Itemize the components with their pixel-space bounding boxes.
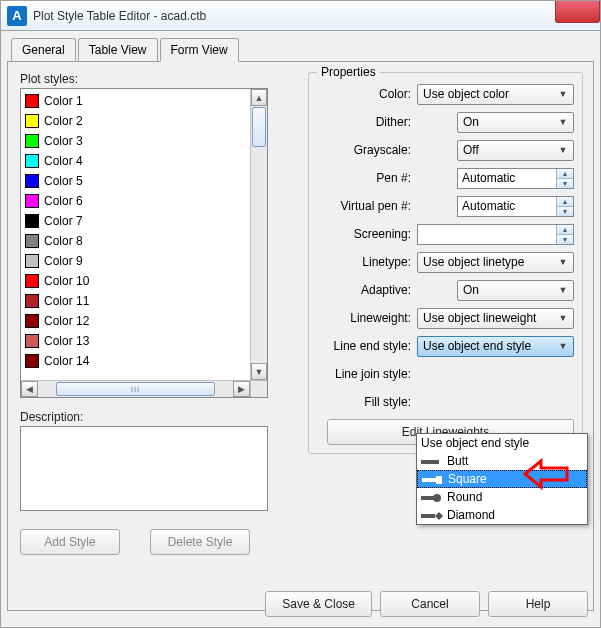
list-item-label: Color 14 [44, 354, 89, 368]
scroll-thumb[interactable] [252, 107, 266, 147]
color-swatch [25, 274, 39, 288]
square-icon [422, 474, 444, 484]
screening-spinner[interactable]: ▲▼ [417, 224, 574, 245]
list-item-label: Color 12 [44, 314, 89, 328]
spin-up-icon[interactable]: ▲ [556, 225, 573, 235]
list-item-label: Color 3 [44, 134, 83, 148]
cancel-button[interactable]: Cancel [380, 591, 480, 617]
list-item[interactable]: Color 2 [23, 111, 248, 131]
list-item[interactable]: Color 13 [23, 331, 248, 351]
list-item[interactable]: Color 4 [23, 151, 248, 171]
properties-group: Properties Color: Use object color▼ Dith… [308, 72, 583, 454]
list-item[interactable]: Color 6 [23, 191, 248, 211]
grayscale-value: Off [463, 143, 479, 157]
window-title: Plot Style Table Editor - acad.ctb [33, 9, 206, 23]
list-item[interactable]: Color 10 [23, 271, 248, 291]
svg-marker-7 [525, 461, 567, 487]
scroll-corner [250, 380, 267, 397]
chevron-down-icon: ▼ [555, 285, 571, 295]
hscroll-thumb[interactable]: III [56, 382, 215, 396]
list-item[interactable]: Color 3 [23, 131, 248, 151]
lineweight-label: Lineweight: [317, 311, 417, 325]
pen-spinner[interactable]: Automatic▲▼ [457, 168, 574, 189]
chevron-down-icon: ▼ [555, 89, 571, 99]
grayscale-combo[interactable]: Off▼ [457, 140, 574, 161]
color-swatch [25, 234, 39, 248]
color-combo[interactable]: Use object color▼ [417, 84, 574, 105]
color-swatch [25, 114, 39, 128]
svg-rect-5 [421, 514, 435, 518]
list-item[interactable]: Color 8 [23, 231, 248, 251]
tab-table-view[interactable]: Table View [78, 38, 158, 62]
round-icon [421, 492, 443, 502]
list-item-label: Color 7 [44, 214, 83, 228]
butt-icon [421, 456, 443, 466]
color-swatch [25, 194, 39, 208]
vertical-scrollbar[interactable]: ▲ ▼ [250, 89, 267, 380]
color-swatch [25, 134, 39, 148]
dither-value: On [463, 115, 479, 129]
color-swatch [25, 94, 39, 108]
save-close-button[interactable]: Save & Close [265, 591, 372, 617]
virtual-pen-spinner[interactable]: Automatic▲▼ [457, 196, 574, 217]
close-button[interactable] [555, 1, 600, 23]
spin-down-icon[interactable]: ▼ [556, 235, 573, 244]
tab-page-form-view: Plot styles: Color 1Color 2Color 3Color … [7, 61, 594, 611]
list-item[interactable]: Color 11 [23, 291, 248, 311]
join-style-label: Line join style: [317, 367, 417, 381]
tab-form-view[interactable]: Form View [160, 38, 239, 62]
delete-style-button[interactable]: Delete Style [150, 529, 250, 555]
color-swatch [25, 354, 39, 368]
svg-rect-1 [422, 478, 438, 482]
fill-style-label: Fill style: [317, 395, 417, 409]
end-style-option-use-object[interactable]: Use object end style [417, 434, 587, 452]
tab-general[interactable]: General [11, 38, 76, 62]
callout-arrow-icon [523, 457, 573, 494]
list-item[interactable]: Color 14 [23, 351, 248, 371]
list-item-label: Color 5 [44, 174, 83, 188]
scroll-right-icon[interactable]: ▶ [233, 381, 250, 397]
adaptive-label: Adaptive: [317, 283, 417, 297]
plot-style-editor-window: A Plot Style Table Editor - acad.ctb Gen… [0, 0, 601, 628]
help-button[interactable]: Help [488, 591, 588, 617]
tabstrip: General Table View Form View [11, 37, 594, 61]
svg-marker-6 [435, 512, 443, 520]
spin-down-icon[interactable]: ▼ [556, 179, 573, 188]
end-style-combo[interactable]: Use object end style▼ [417, 336, 574, 357]
list-item[interactable]: Color 7 [23, 211, 248, 231]
dither-combo[interactable]: On▼ [457, 112, 574, 133]
list-item[interactable]: Color 5 [23, 171, 248, 191]
list-item-label: Color 4 [44, 154, 83, 168]
horizontal-scrollbar[interactable]: ◀ III ▶ [21, 380, 250, 397]
add-style-button[interactable]: Add Style [20, 529, 120, 555]
list-item-label: Color 13 [44, 334, 89, 348]
list-item[interactable]: Color 9 [23, 251, 248, 271]
scroll-left-icon[interactable]: ◀ [21, 381, 38, 397]
dither-label: Dither: [317, 115, 417, 129]
scroll-up-icon[interactable]: ▲ [251, 89, 267, 106]
color-swatch [25, 154, 39, 168]
color-swatch [25, 294, 39, 308]
end-style-option-diamond[interactable]: Diamond [417, 506, 587, 524]
list-item-label: Color 6 [44, 194, 83, 208]
plot-styles-list[interactable]: Color 1Color 2Color 3Color 4Color 5Color… [20, 88, 268, 398]
spin-down-icon[interactable]: ▼ [556, 207, 573, 216]
scroll-down-icon[interactable]: ▼ [251, 363, 267, 380]
color-swatch [25, 254, 39, 268]
color-value: Use object color [423, 87, 509, 101]
adaptive-combo[interactable]: On▼ [457, 280, 574, 301]
linetype-combo[interactable]: Use object linetype▼ [417, 252, 574, 273]
list-item[interactable]: Color 12 [23, 311, 248, 331]
virtual-pen-label: Virtual pen #: [317, 199, 417, 213]
app-icon: A [7, 6, 27, 26]
list-item[interactable]: Color 1 [23, 91, 248, 111]
properties-legend: Properties [317, 65, 380, 79]
spin-up-icon[interactable]: ▲ [556, 169, 573, 179]
chevron-down-icon: ▼ [555, 145, 571, 155]
lineweight-combo[interactable]: Use object lineweight▼ [417, 308, 574, 329]
linetype-label: Linetype: [317, 255, 417, 269]
spin-up-icon[interactable]: ▲ [556, 197, 573, 207]
svg-rect-2 [436, 476, 442, 484]
linetype-value: Use object linetype [423, 255, 524, 269]
description-input[interactable] [20, 426, 268, 511]
